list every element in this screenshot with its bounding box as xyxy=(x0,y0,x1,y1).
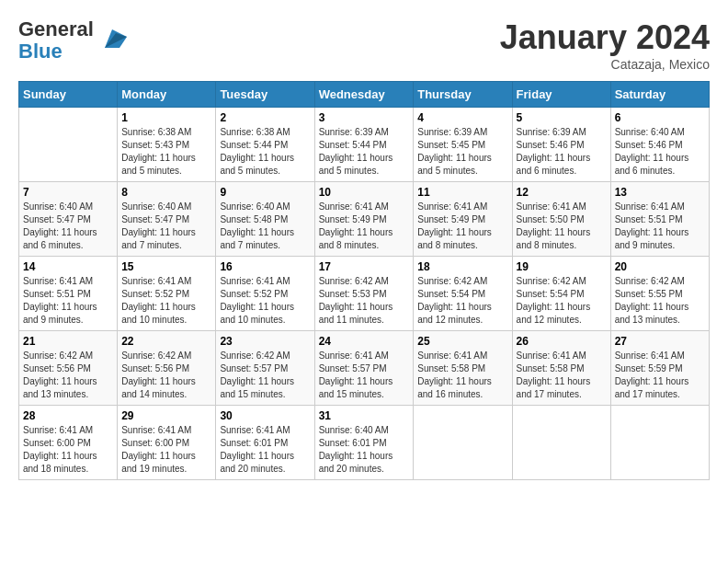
weekday-header-wednesday: Wednesday xyxy=(314,82,414,108)
day-info: Sunrise: 6:41 AMSunset: 5:59 PMDaylight:… xyxy=(615,350,705,401)
day-number: 27 xyxy=(615,335,705,348)
weekday-header-monday: Monday xyxy=(118,82,216,108)
day-info: Sunrise: 6:41 AMSunset: 5:50 PMDaylight:… xyxy=(517,201,607,252)
day-info: Sunrise: 6:42 AMSunset: 5:55 PMDaylight:… xyxy=(615,275,705,327)
day-info: Sunrise: 6:39 AMSunset: 5:44 PMDaylight:… xyxy=(319,126,410,178)
day-number: 12 xyxy=(517,186,607,199)
calendar-table: SundayMondayTuesdayWednesdayThursdayFrid… xyxy=(18,81,710,480)
calendar-cell: 13Sunrise: 6:41 AMSunset: 5:51 PMDayligh… xyxy=(610,182,709,257)
calendar-cell: 5Sunrise: 6:39 AMSunset: 5:46 PMDaylight… xyxy=(512,108,610,182)
day-number: 16 xyxy=(220,260,310,273)
calendar-cell: 29Sunrise: 6:41 AMSunset: 6:00 PMDayligh… xyxy=(118,406,216,480)
day-number: 14 xyxy=(23,260,113,273)
location: Catazaja, Mexico xyxy=(500,57,710,72)
day-info: Sunrise: 6:41 AMSunset: 5:52 PMDaylight:… xyxy=(220,275,310,327)
day-number: 8 xyxy=(121,186,211,199)
day-info: Sunrise: 6:41 AMSunset: 5:58 PMDaylight:… xyxy=(417,350,507,401)
calendar-cell: 30Sunrise: 6:41 AMSunset: 6:01 PMDayligh… xyxy=(216,406,314,480)
calendar-cell: 21Sunrise: 6:42 AMSunset: 5:56 PMDayligh… xyxy=(19,331,118,406)
day-info: Sunrise: 6:40 AMSunset: 5:48 PMDaylight:… xyxy=(220,201,310,252)
day-number: 5 xyxy=(517,111,607,124)
day-number: 18 xyxy=(417,260,507,273)
day-info: Sunrise: 6:41 AMSunset: 5:51 PMDaylight:… xyxy=(615,201,705,252)
day-info: Sunrise: 6:40 AMSunset: 5:46 PMDaylight:… xyxy=(615,126,705,178)
day-number: 23 xyxy=(220,335,310,348)
day-number: 1 xyxy=(121,111,211,124)
day-info: Sunrise: 6:41 AMSunset: 5:49 PMDaylight:… xyxy=(319,201,410,252)
calendar-cell: 25Sunrise: 6:41 AMSunset: 5:58 PMDayligh… xyxy=(414,331,512,406)
day-info: Sunrise: 6:41 AMSunset: 6:00 PMDaylight:… xyxy=(23,424,113,476)
day-number: 10 xyxy=(319,186,410,199)
day-number: 9 xyxy=(220,186,310,199)
calendar-week-row: 28Sunrise: 6:41 AMSunset: 6:00 PMDayligh… xyxy=(19,406,710,480)
calendar-cell: 7Sunrise: 6:40 AMSunset: 5:47 PMDaylight… xyxy=(19,182,118,257)
day-number: 6 xyxy=(615,111,705,124)
day-info: Sunrise: 6:41 AMSunset: 6:01 PMDaylight:… xyxy=(220,424,310,476)
calendar-cell: 3Sunrise: 6:39 AMSunset: 5:44 PMDaylight… xyxy=(314,108,414,182)
calendar-cell: 11Sunrise: 6:41 AMSunset: 5:49 PMDayligh… xyxy=(414,182,512,257)
day-info: Sunrise: 6:41 AMSunset: 5:49 PMDaylight:… xyxy=(417,201,507,252)
day-info: Sunrise: 6:40 AMSunset: 6:01 PMDaylight:… xyxy=(319,424,410,476)
day-info: Sunrise: 6:42 AMSunset: 5:56 PMDaylight:… xyxy=(121,350,211,401)
day-info: Sunrise: 6:42 AMSunset: 5:53 PMDaylight:… xyxy=(319,275,410,327)
calendar-week-row: 14Sunrise: 6:41 AMSunset: 5:51 PMDayligh… xyxy=(19,257,710,331)
day-number: 24 xyxy=(319,335,410,348)
day-info: Sunrise: 6:40 AMSunset: 5:47 PMDaylight:… xyxy=(121,201,211,252)
day-number: 7 xyxy=(23,186,113,199)
weekday-header-row: SundayMondayTuesdayWednesdayThursdayFrid… xyxy=(19,82,710,108)
title-block: January 2024 Catazaja, Mexico xyxy=(500,18,710,72)
calendar-week-row: 1Sunrise: 6:38 AMSunset: 5:43 PMDaylight… xyxy=(19,108,710,182)
logo-blue: Blue xyxy=(18,40,63,63)
weekday-header-sunday: Sunday xyxy=(19,82,118,108)
calendar-cell: 26Sunrise: 6:41 AMSunset: 5:58 PMDayligh… xyxy=(512,331,610,406)
calendar-cell: 22Sunrise: 6:42 AMSunset: 5:56 PMDayligh… xyxy=(118,331,216,406)
day-number: 25 xyxy=(417,335,507,348)
day-info: Sunrise: 6:41 AMSunset: 5:58 PMDaylight:… xyxy=(517,350,607,401)
calendar-week-row: 21Sunrise: 6:42 AMSunset: 5:56 PMDayligh… xyxy=(19,331,710,406)
day-info: Sunrise: 6:40 AMSunset: 5:47 PMDaylight:… xyxy=(23,201,113,252)
weekday-header-tuesday: Tuesday xyxy=(216,82,314,108)
day-info: Sunrise: 6:41 AMSunset: 6:00 PMDaylight:… xyxy=(121,424,211,476)
calendar-cell xyxy=(19,108,118,182)
calendar-cell: 20Sunrise: 6:42 AMSunset: 5:55 PMDayligh… xyxy=(610,257,709,331)
calendar-cell: 4Sunrise: 6:39 AMSunset: 5:45 PMDaylight… xyxy=(414,108,512,182)
day-info: Sunrise: 6:39 AMSunset: 5:45 PMDaylight:… xyxy=(417,126,507,178)
day-number: 15 xyxy=(121,260,211,273)
day-info: Sunrise: 6:42 AMSunset: 5:54 PMDaylight:… xyxy=(517,275,607,327)
calendar-cell: 2Sunrise: 6:38 AMSunset: 5:44 PMDaylight… xyxy=(216,108,314,182)
calendar-cell: 10Sunrise: 6:41 AMSunset: 5:49 PMDayligh… xyxy=(314,182,414,257)
calendar-cell xyxy=(610,406,709,480)
day-info: Sunrise: 6:41 AMSunset: 5:52 PMDaylight:… xyxy=(121,275,211,327)
calendar-cell: 18Sunrise: 6:42 AMSunset: 5:54 PMDayligh… xyxy=(414,257,512,331)
calendar-cell: 1Sunrise: 6:38 AMSunset: 5:43 PMDaylight… xyxy=(118,108,216,182)
day-number: 17 xyxy=(319,260,410,273)
weekday-header-thursday: Thursday xyxy=(414,82,512,108)
day-number: 11 xyxy=(417,186,507,199)
day-info: Sunrise: 6:42 AMSunset: 5:57 PMDaylight:… xyxy=(220,350,310,401)
calendar-cell xyxy=(414,406,512,480)
calendar-cell: 27Sunrise: 6:41 AMSunset: 5:59 PMDayligh… xyxy=(610,331,709,406)
calendar-cell: 9Sunrise: 6:40 AMSunset: 5:48 PMDaylight… xyxy=(216,182,314,257)
day-info: Sunrise: 6:42 AMSunset: 5:56 PMDaylight:… xyxy=(23,350,113,401)
day-info: Sunrise: 6:42 AMSunset: 5:54 PMDaylight:… xyxy=(417,275,507,327)
calendar-cell: 8Sunrise: 6:40 AMSunset: 5:47 PMDaylight… xyxy=(118,182,216,257)
weekday-header-saturday: Saturday xyxy=(610,82,709,108)
calendar-cell: 15Sunrise: 6:41 AMSunset: 5:52 PMDayligh… xyxy=(118,257,216,331)
calendar-cell: 12Sunrise: 6:41 AMSunset: 5:50 PMDayligh… xyxy=(512,182,610,257)
logo-general: General xyxy=(18,17,94,40)
day-number: 26 xyxy=(517,335,607,348)
day-info: Sunrise: 6:41 AMSunset: 5:51 PMDaylight:… xyxy=(23,275,113,327)
day-number: 28 xyxy=(23,409,113,422)
day-number: 19 xyxy=(517,260,607,273)
calendar-cell: 23Sunrise: 6:42 AMSunset: 5:57 PMDayligh… xyxy=(216,331,314,406)
calendar-cell: 19Sunrise: 6:42 AMSunset: 5:54 PMDayligh… xyxy=(512,257,610,331)
day-number: 4 xyxy=(417,111,507,124)
day-number: 31 xyxy=(319,409,410,422)
page-header: General Blue January 2024 Catazaja, Mexi… xyxy=(18,18,710,72)
calendar-cell: 6Sunrise: 6:40 AMSunset: 5:46 PMDaylight… xyxy=(610,108,709,182)
day-number: 13 xyxy=(615,186,705,199)
weekday-header-friday: Friday xyxy=(512,82,610,108)
calendar-cell: 17Sunrise: 6:42 AMSunset: 5:53 PMDayligh… xyxy=(314,257,414,331)
day-info: Sunrise: 6:41 AMSunset: 5:57 PMDaylight:… xyxy=(319,350,410,401)
day-number: 20 xyxy=(615,260,705,273)
